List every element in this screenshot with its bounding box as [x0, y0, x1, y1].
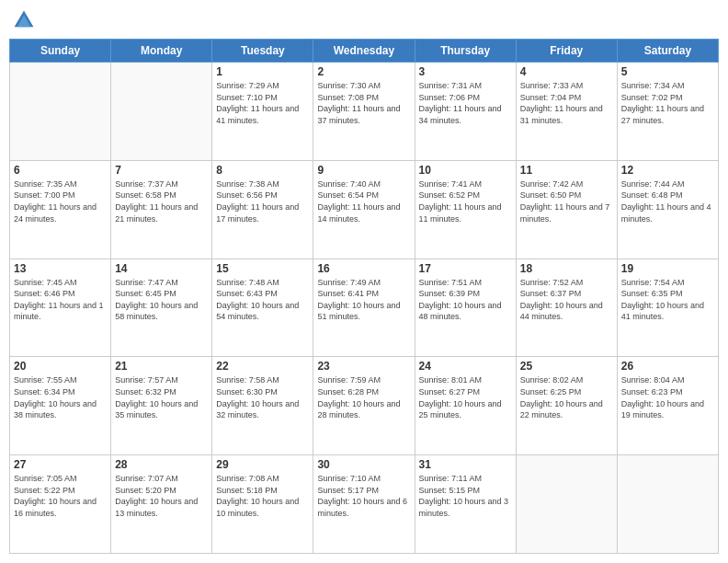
day-info: Sunset: 7:02 PM: [621, 92, 714, 104]
day-number: 9: [317, 164, 410, 177]
calendar-cell: [10, 63, 111, 161]
day-info: Sunset: 7:00 PM: [14, 190, 107, 201]
day-info: Daylight: 10 hours and 44 minutes.: [520, 300, 613, 323]
day-info: Sunset: 6:37 PM: [520, 288, 613, 300]
day-info: Sunrise: 7:38 AM: [216, 178, 309, 190]
day-number: 31: [419, 458, 512, 471]
day-number: 14: [115, 262, 208, 275]
day-info: Sunrise: 7:47 AM: [115, 277, 208, 289]
calendar-cell: 9Sunrise: 7:40 AMSunset: 6:54 PMDaylight…: [313, 160, 415, 259]
day-info: Daylight: 10 hours and 3 minutes.: [419, 496, 512, 519]
logo: [13, 9, 39, 31]
day-number: 15: [216, 262, 309, 275]
calendar-cell: [617, 455, 718, 554]
day-info: Daylight: 11 hours and 17 minutes.: [216, 201, 309, 224]
day-number: 4: [520, 65, 613, 78]
day-number: 19: [621, 262, 714, 275]
calendar-cell: [111, 63, 212, 161]
day-info: Sunset: 5:22 PM: [14, 485, 107, 497]
day-info: Sunset: 6:32 PM: [115, 386, 208, 398]
day-info: Sunrise: 7:52 AM: [520, 277, 613, 289]
calendar-cell: 26Sunrise: 8:04 AMSunset: 6:23 PMDayligh…: [617, 357, 718, 455]
day-info: Daylight: 11 hours and 7 minutes.: [520, 201, 613, 224]
calendar-week-row: 13Sunrise: 7:45 AMSunset: 6:46 PMDayligh…: [10, 259, 719, 357]
day-info: Sunrise: 7:42 AM: [520, 178, 613, 190]
day-info: Sunrise: 7:10 AM: [317, 473, 410, 485]
calendar-cell: 2Sunrise: 7:30 AMSunset: 7:08 PMDaylight…: [313, 63, 415, 161]
day-info: Sunrise: 7:35 AM: [14, 178, 107, 190]
day-number: 22: [216, 360, 309, 373]
calendar-cell: 27Sunrise: 7:05 AMSunset: 5:22 PMDayligh…: [10, 455, 111, 554]
day-info: Sunrise: 7:54 AM: [621, 277, 714, 289]
day-number: 12: [621, 164, 714, 177]
day-of-week-header: Saturday: [617, 40, 718, 63]
day-info: Sunrise: 8:04 AM: [621, 374, 714, 386]
day-info: Sunrise: 7:59 AM: [317, 374, 410, 386]
calendar-cell: 7Sunrise: 7:37 AMSunset: 6:58 PMDaylight…: [111, 160, 212, 259]
day-info: Sunrise: 7:40 AM: [317, 178, 410, 190]
day-number: 7: [115, 164, 208, 177]
day-info: Sunrise: 7:34 AM: [621, 80, 714, 92]
day-number: 11: [520, 164, 613, 177]
calendar-cell: 19Sunrise: 7:54 AMSunset: 6:35 PMDayligh…: [617, 259, 718, 357]
day-info: Sunset: 6:46 PM: [14, 288, 107, 300]
day-number: 29: [216, 458, 309, 471]
day-info: Daylight: 10 hours and 35 minutes.: [115, 398, 208, 421]
day-info: Sunset: 6:28 PM: [317, 386, 410, 398]
calendar-cell: 12Sunrise: 7:44 AMSunset: 6:48 PMDayligh…: [617, 160, 718, 259]
page: SundayMondayTuesdayWednesdayThursdayFrid…: [0, 0, 728, 563]
day-number: 5: [621, 65, 714, 78]
day-info: Daylight: 10 hours and 6 minutes.: [317, 496, 410, 519]
day-info: Sunset: 5:20 PM: [115, 485, 208, 497]
day-info: Sunset: 6:25 PM: [520, 386, 613, 398]
calendar-cell: 24Sunrise: 8:01 AMSunset: 6:27 PMDayligh…: [415, 357, 516, 455]
day-info: Daylight: 11 hours and 24 minutes.: [14, 201, 107, 224]
day-number: 18: [520, 262, 613, 275]
day-number: 13: [14, 262, 107, 275]
day-info: Sunrise: 7:33 AM: [520, 80, 613, 92]
day-info: Sunrise: 7:31 AM: [419, 80, 512, 92]
day-number: 6: [14, 164, 107, 177]
day-info: Sunset: 6:35 PM: [621, 288, 714, 300]
day-info: Sunrise: 8:02 AM: [520, 374, 613, 386]
calendar-week-row: 20Sunrise: 7:55 AMSunset: 6:34 PMDayligh…: [10, 357, 719, 455]
calendar-week-row: 1Sunrise: 7:29 AMSunset: 7:10 PMDaylight…: [10, 63, 719, 161]
day-info: Sunrise: 8:01 AM: [419, 374, 512, 386]
calendar-cell: 8Sunrise: 7:38 AMSunset: 6:56 PMDaylight…: [212, 160, 313, 259]
day-info: Daylight: 10 hours and 32 minutes.: [216, 398, 309, 421]
day-number: 16: [317, 262, 410, 275]
day-info: Daylight: 10 hours and 28 minutes.: [317, 398, 410, 421]
day-info: Daylight: 10 hours and 48 minutes.: [419, 300, 512, 323]
calendar-cell: 20Sunrise: 7:55 AMSunset: 6:34 PMDayligh…: [10, 357, 111, 455]
day-info: Sunset: 6:23 PM: [621, 386, 714, 398]
day-number: 21: [115, 360, 208, 373]
day-number: 30: [317, 458, 410, 471]
calendar-week-row: 27Sunrise: 7:05 AMSunset: 5:22 PMDayligh…: [10, 455, 719, 554]
calendar-cell: 17Sunrise: 7:51 AMSunset: 6:39 PMDayligh…: [415, 259, 516, 357]
day-info: Daylight: 10 hours and 54 minutes.: [216, 300, 309, 323]
day-number: 10: [419, 164, 512, 177]
day-info: Daylight: 10 hours and 58 minutes.: [115, 300, 208, 323]
day-of-week-header: Wednesday: [313, 40, 415, 63]
day-of-week-header: Thursday: [415, 40, 516, 63]
day-info: Daylight: 11 hours and 27 minutes.: [621, 103, 714, 126]
day-info: Sunset: 6:52 PM: [419, 190, 512, 201]
day-info: Sunrise: 7:48 AM: [216, 277, 309, 289]
day-info: Daylight: 11 hours and 21 minutes.: [115, 201, 208, 224]
calendar-cell: 28Sunrise: 7:07 AMSunset: 5:20 PMDayligh…: [111, 455, 212, 554]
day-info: Daylight: 11 hours and 11 minutes.: [419, 201, 512, 224]
calendar-cell: 29Sunrise: 7:08 AMSunset: 5:18 PMDayligh…: [212, 455, 313, 554]
day-info: Sunset: 6:34 PM: [14, 386, 107, 398]
day-info: Daylight: 10 hours and 13 minutes.: [115, 496, 208, 519]
day-info: Daylight: 11 hours and 41 minutes.: [216, 103, 309, 126]
calendar-cell: [516, 455, 617, 554]
calendar-cell: 16Sunrise: 7:49 AMSunset: 6:41 PMDayligh…: [313, 259, 415, 357]
day-info: Sunrise: 7:57 AM: [115, 374, 208, 386]
day-info: Sunset: 5:18 PM: [216, 485, 309, 497]
day-info: Daylight: 11 hours and 37 minutes.: [317, 103, 410, 126]
day-info: Daylight: 11 hours and 1 minute.: [14, 300, 107, 323]
calendar-cell: 18Sunrise: 7:52 AMSunset: 6:37 PMDayligh…: [516, 259, 617, 357]
calendar-cell: 15Sunrise: 7:48 AMSunset: 6:43 PMDayligh…: [212, 259, 313, 357]
day-info: Daylight: 10 hours and 16 minutes.: [14, 496, 107, 519]
calendar-cell: 31Sunrise: 7:11 AMSunset: 5:15 PMDayligh…: [415, 455, 516, 554]
